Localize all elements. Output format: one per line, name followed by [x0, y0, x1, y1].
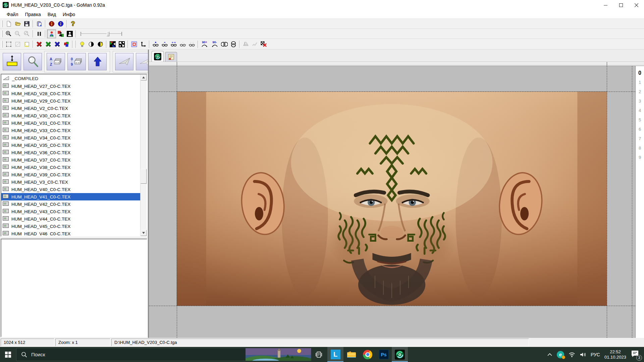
crop-frame-button[interactable]	[129, 40, 139, 49]
open-file-button[interactable]	[13, 19, 22, 28]
file-list-item[interactable]: HUM_HEAD_V27_C0-C.TEX	[1, 82, 140, 90]
file-list-item[interactable]: HUM_HEAD_V33_C0-C.TEX	[1, 127, 140, 134]
texture-view-tab[interactable]	[152, 51, 164, 62]
texture-info-tab[interactable]	[165, 52, 177, 62]
contrast-button[interactable]	[87, 40, 96, 49]
taskbar-app-listary[interactable]: L	[327, 347, 343, 362]
brightness-button[interactable]	[77, 40, 87, 49]
file-list-item[interactable]: HUM_HEAD_V30_C0-C.TEX	[1, 112, 140, 119]
resize-texture-button[interactable]	[3, 53, 21, 70]
file-list-item[interactable]: HUM_HEAD_V2_C0-C.TEX	[1, 105, 140, 112]
rgb-mix-button[interactable]	[108, 40, 117, 49]
preview-mask-button[interactable]	[65, 29, 74, 38]
taskbar-app-explorer[interactable]	[343, 347, 360, 362]
file-list-item[interactable]: HUM_HEAD_V38_C0-C.TEX	[1, 164, 140, 171]
search-weather-image[interactable]	[246, 348, 311, 361]
speaker-icon[interactable]	[580, 352, 586, 357]
file-list-item[interactable]: HUM_HEAD_V43_C0-C.TEX	[1, 208, 140, 215]
file-list-item[interactable]: HUM_HEAD_V36_C0-C.TEX	[1, 149, 140, 156]
export-dart-button[interactable]	[115, 53, 133, 70]
rotate-90-plus-button[interactable]: 90+	[200, 40, 210, 49]
channels-rgb-button[interactable]	[62, 40, 71, 49]
sort-az-button[interactable]: A:Z	[47, 53, 65, 70]
file-list-item[interactable]: HUM_HEAD_V44_C0-C.TEX	[1, 215, 140, 223]
new-file-button[interactable]	[4, 19, 13, 28]
move-up-button[interactable]	[88, 53, 107, 70]
taskbar-app-chrome[interactable]	[360, 347, 376, 362]
sort-09-button[interactable]: 0:9	[67, 53, 86, 70]
mip-view-1-button[interactable]	[178, 40, 187, 49]
mirror-horizontal-button[interactable]	[220, 40, 229, 49]
file-list-item[interactable]: HUM_HEAD_V3_C0-C.TEX	[1, 178, 140, 186]
mip-remove-all-button[interactable]	[169, 40, 178, 49]
notification-button[interactable]: 3	[631, 350, 641, 360]
info-blue-button[interactable]	[56, 19, 65, 28]
ruler-digit[interactable]: 3	[636, 98, 644, 107]
help-button[interactable]: ?	[68, 19, 77, 28]
menu-item[interactable]: Файл	[3, 11, 21, 18]
taskbar-app-goman[interactable]	[392, 347, 408, 362]
ruler-digit[interactable]: 5	[636, 116, 644, 126]
zoom-reset-button[interactable]	[22, 29, 31, 38]
export-button[interactable]	[241, 40, 250, 49]
menu-item[interactable]: Инфо	[59, 11, 78, 18]
select-rect-button[interactable]	[4, 40, 13, 49]
file-list-item[interactable]: HUM_HEAD_V46_C0-C.TEX	[1, 230, 140, 236]
file-list-item[interactable]: HUM_HEAD_V41_C0-C.TEX	[1, 193, 140, 200]
taskbar-app-photoshop[interactable]: Ps	[376, 347, 392, 362]
start-button[interactable]	[0, 347, 16, 362]
file-list-item[interactable]: HUM_HEAD_V28_C0-C.TEX	[1, 90, 140, 97]
delete-alpha-button[interactable]	[259, 40, 268, 49]
mip-remove-button[interactable]	[160, 40, 169, 49]
file-list-item[interactable]: HUM_HEAD_V31_C0-C.TEX	[1, 119, 140, 127]
channel-blue-button[interactable]	[53, 40, 62, 49]
ruler-digit[interactable]: 7	[636, 135, 644, 144]
file-list-scrollbar[interactable]	[140, 74, 147, 236]
mirror-vertical-button[interactable]	[229, 40, 238, 49]
select-highlight-button[interactable]	[22, 40, 31, 49]
file-list-item[interactable]: HUM_HEAD_V39_C0-C.TEX	[1, 171, 140, 178]
texture-image[interactable]	[177, 92, 607, 306]
clock[interactable]: 22:52 01.10.2023	[604, 349, 626, 360]
ruler-digit[interactable]: 1	[636, 79, 644, 88]
taskbar-search-box[interactable]: Поиск	[16, 348, 311, 361]
rotate-90-minus-button[interactable]: 90-	[210, 40, 220, 49]
pause-button[interactable]	[35, 29, 44, 38]
ruler-digit[interactable]: 6	[636, 126, 644, 135]
gamma-button[interactable]	[96, 40, 105, 49]
save-file-button[interactable]	[22, 19, 31, 28]
channel-green-button[interactable]	[44, 40, 53, 49]
eset-icon[interactable]: e	[557, 351, 564, 358]
file-list-item[interactable]: HUM_HEAD_V37_C0-C.TEX	[1, 156, 140, 164]
info-red-button[interactable]	[47, 19, 56, 28]
scroll-down-button[interactable]	[141, 230, 147, 236]
task-view-button[interactable]	[311, 347, 327, 362]
canvas[interactable]: 0123456789	[149, 66, 644, 338]
language-indicator[interactable]: РУС	[591, 352, 600, 357]
ruler-digit[interactable]: 8	[636, 144, 644, 154]
zoom-out-button[interactable]	[13, 29, 22, 38]
menu-item[interactable]: Правка	[21, 11, 44, 18]
alpha-arrows-button[interactable]	[117, 40, 126, 49]
preview-alpha-button[interactable]	[56, 29, 65, 38]
ruler-digit[interactable]: 0	[636, 69, 644, 79]
mip-add-button[interactable]	[151, 40, 160, 49]
minimize-button[interactable]	[598, 0, 613, 10]
file-list-item[interactable]: HUM_HEAD_V35_C0-C.TEX	[1, 141, 140, 149]
paste-button[interactable]	[35, 19, 44, 28]
menu-item[interactable]: Вид	[44, 11, 59, 18]
file-list-item[interactable]: HUM_HEAD_V34_C0-C.TEX	[1, 134, 140, 141]
ruler-digit[interactable]: 4	[636, 107, 644, 116]
close-button[interactable]	[629, 0, 644, 10]
file-list-item[interactable]: HUM_HEAD_V42_C0-C.TEX	[1, 200, 140, 208]
file-list-item[interactable]: HUM_HEAD_V45_C0-C.TEX	[1, 223, 140, 230]
search-texture-button[interactable]	[23, 53, 42, 70]
maximize-button[interactable]	[613, 0, 629, 10]
channel-red-button[interactable]	[35, 40, 44, 49]
verify-button[interactable]	[250, 40, 259, 49]
mip-view-2-button[interactable]	[187, 40, 196, 49]
axes-button[interactable]	[139, 40, 148, 49]
scroll-up-button[interactable]	[141, 74, 147, 80]
select-slash-button[interactable]	[13, 40, 22, 49]
wifi-icon[interactable]	[569, 352, 575, 357]
